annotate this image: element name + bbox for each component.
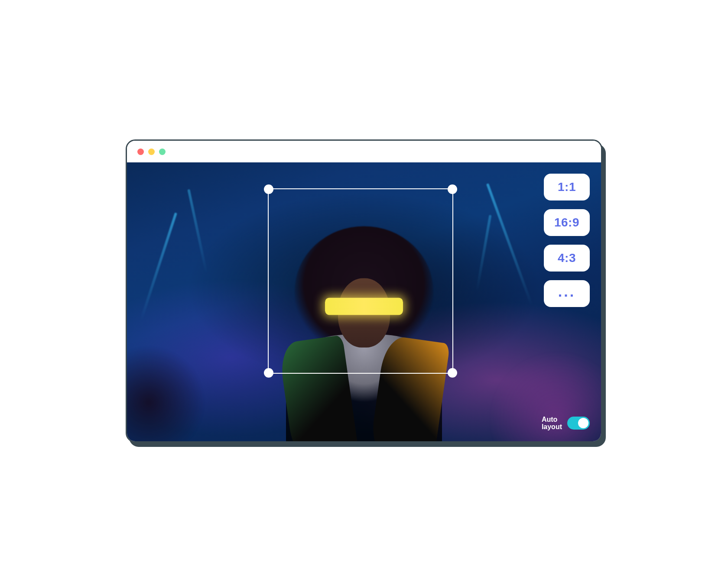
crop-handle-bottom-left[interactable] — [264, 368, 273, 378]
aspect-ratio-picker: 1:1 16:9 4:3 ... — [544, 174, 590, 307]
minimize-icon[interactable] — [148, 149, 155, 155]
crop-handle-top-right[interactable] — [448, 184, 457, 194]
aspect-ratio-1-1[interactable]: 1:1 — [544, 174, 590, 200]
crop-selection[interactable] — [268, 188, 453, 374]
app-window: 1:1 16:9 4:3 ... Auto layout — [126, 139, 602, 443]
close-icon[interactable] — [137, 149, 144, 155]
auto-layout-control: Auto layout — [542, 416, 590, 431]
aspect-ratio-4-3[interactable]: 4:3 — [544, 245, 590, 272]
light-streak — [475, 215, 491, 292]
light-streak — [187, 189, 208, 275]
aspect-ratio-more[interactable]: ... — [544, 280, 590, 307]
light-streak — [140, 212, 177, 320]
auto-layout-label: Auto layout — [542, 416, 562, 431]
canvas-area[interactable]: 1:1 16:9 4:3 ... Auto layout — [127, 162, 601, 441]
crop-handle-top-left[interactable] — [264, 184, 273, 194]
foreground-blur — [127, 346, 205, 441]
crop-handle-bottom-right[interactable] — [448, 368, 457, 378]
title-bar — [127, 141, 601, 162]
auto-layout-toggle[interactable] — [567, 417, 590, 430]
aspect-ratio-16-9[interactable]: 16:9 — [544, 209, 590, 236]
toggle-knob — [578, 418, 588, 428]
zoom-icon[interactable] — [159, 149, 166, 155]
light-streak — [486, 183, 533, 306]
